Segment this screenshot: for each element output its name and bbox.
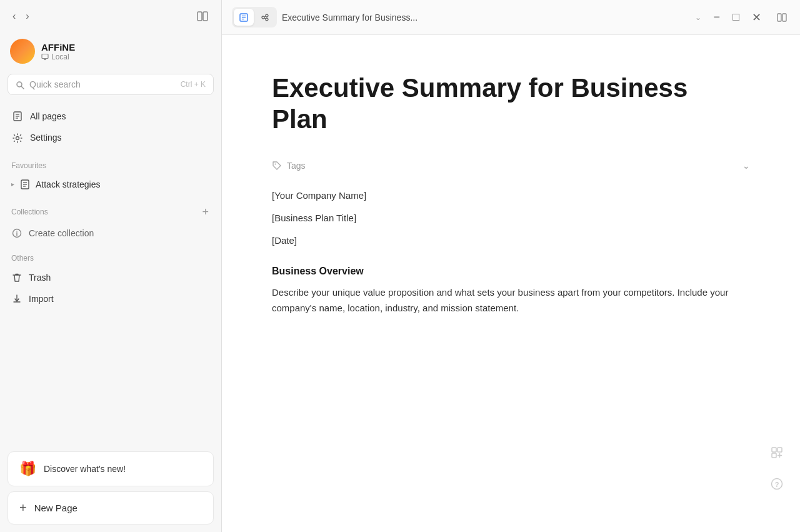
sidebar-item-settings[interactable]: Settings <box>5 127 216 149</box>
workspace-section: AFFiNE Local <box>0 33 221 74</box>
search-placeholder: Quick search <box>29 79 176 89</box>
sidebar-item-import[interactable]: Import <box>5 288 216 309</box>
collections-header: Collections + <box>0 195 221 223</box>
add-block-button[interactable] <box>766 442 788 463</box>
svg-line-28 <box>264 18 266 19</box>
svg-rect-30 <box>782 14 786 21</box>
business-plan-title-line: [Business Plan Title] <box>272 211 750 226</box>
others-label: Others <box>0 244 221 266</box>
titlebar: Executive Summary for Business... ⌄ − □ … <box>222 0 800 35</box>
svg-rect-1 <box>203 12 208 21</box>
create-collection-label: Create collection <box>29 228 94 238</box>
edgeless-view-button[interactable] <box>255 9 275 26</box>
workspace-name: AFFiNE <box>41 42 75 53</box>
workspace-type: Local <box>41 53 75 61</box>
maximize-button[interactable]: □ <box>730 8 742 26</box>
sidebar-header: ‹ › <box>0 0 221 33</box>
svg-rect-29 <box>778 14 781 21</box>
close-button[interactable]: ✕ <box>749 8 764 27</box>
monitor-icon <box>41 53 49 61</box>
document-heading: Executive Summary for Business Plan <box>272 73 750 136</box>
add-block-icon <box>770 446 784 459</box>
sidebar-item-attack-strategies[interactable]: ▸ Attack strategies <box>5 174 216 195</box>
svg-point-31 <box>275 163 276 164</box>
help-button[interactable]: ? <box>766 473 788 494</box>
sidebar-toggle-button[interactable] <box>194 8 211 25</box>
new-page-button[interactable]: + New Page <box>8 491 214 524</box>
business-overview-heading: Business Overview <box>272 266 750 277</box>
settings-icon <box>11 132 24 144</box>
main-content: Executive Summary for Business... ⌄ − □ … <box>222 0 800 532</box>
gift-icon: 🎁 <box>19 461 36 477</box>
svg-point-18 <box>16 231 18 233</box>
business-overview-text: Describe your unique value proposition a… <box>272 284 750 316</box>
svg-rect-0 <box>198 12 202 21</box>
document-title: Executive Summary for Business... <box>282 13 690 23</box>
date-line: [Date] <box>272 233 750 248</box>
doc-view-button[interactable] <box>234 9 254 26</box>
collections-label: Collections <box>11 208 48 216</box>
forward-button[interactable]: › <box>23 8 31 24</box>
sidebar-toggle-icon <box>196 10 209 23</box>
doc-icon <box>19 179 31 190</box>
svg-line-6 <box>22 87 24 89</box>
tags-label: Tags <box>272 161 306 171</box>
discover-button[interactable]: 🎁 Discover what's new! <box>8 451 214 486</box>
search-shortcut: Ctrl + K <box>181 80 206 89</box>
svg-point-25 <box>266 14 268 17</box>
svg-text:?: ? <box>775 481 779 488</box>
view-toggle <box>232 7 277 28</box>
sidebar-nav: All pages Settings <box>0 103 221 151</box>
svg-point-5 <box>17 82 22 87</box>
create-collection-item[interactable]: Create collection <box>5 223 216 244</box>
back-button[interactable]: ‹ <box>10 8 18 24</box>
svg-rect-32 <box>772 448 776 452</box>
help-icon: ? <box>770 477 784 491</box>
add-collection-button[interactable]: + <box>201 205 210 219</box>
new-page-label: New Page <box>34 503 78 513</box>
tag-icon <box>272 161 282 171</box>
trash-label: Trash <box>29 273 51 283</box>
editor-area: Executive Summary for Business Plan Tags… <box>222 35 800 532</box>
doc-view-icon <box>239 13 249 23</box>
right-side-icons: ? <box>766 442 788 494</box>
tags-row: Tags ⌄ <box>272 161 750 176</box>
plus-icon: + <box>19 501 27 515</box>
favourites-label: Favourites <box>0 151 221 174</box>
sidebar: ‹ › AFFiNE Local <box>0 0 222 532</box>
sidebar-footer: 🎁 Discover what's new! + New Page <box>0 444 221 532</box>
svg-rect-33 <box>778 448 782 452</box>
layout-icon <box>776 12 788 23</box>
sidebar-item-trash[interactable]: Trash <box>5 266 216 288</box>
svg-rect-34 <box>772 453 776 458</box>
import-icon <box>11 293 22 304</box>
sidebar-item-all-pages[interactable]: All pages <box>5 105 216 127</box>
tags-chevron-icon[interactable]: ⌄ <box>742 161 750 171</box>
attack-strategies-label: Attack strategies <box>36 179 101 189</box>
info-icon <box>11 228 22 239</box>
minimize-button[interactable]: − <box>711 8 723 26</box>
discover-label: Discover what's new! <box>44 464 126 474</box>
svg-point-26 <box>266 18 268 21</box>
title-chevron-icon[interactable]: ⌄ <box>695 13 701 22</box>
workspace-avatar <box>10 39 35 64</box>
svg-point-24 <box>262 16 264 19</box>
search-icon <box>16 79 24 89</box>
all-pages-label: All pages <box>30 111 66 121</box>
window-controls: − □ ✕ <box>711 8 764 27</box>
nav-buttons: ‹ › <box>10 8 32 24</box>
trash-icon <box>11 271 22 283</box>
search-bar[interactable]: Quick search Ctrl + K <box>8 74 214 95</box>
settings-label: Settings <box>30 133 62 143</box>
pages-icon <box>11 110 24 122</box>
chevron-right-icon: ▸ <box>11 181 14 188</box>
svg-point-11 <box>16 136 19 139</box>
import-label: Import <box>29 294 54 304</box>
sidebar-right-toggle-button[interactable] <box>774 8 790 26</box>
edgeless-view-icon <box>260 13 270 23</box>
company-name-line: [Your Company Name] <box>272 188 750 203</box>
svg-line-27 <box>264 16 266 17</box>
workspace-info: AFFiNE Local <box>41 42 75 61</box>
svg-rect-2 <box>42 54 48 58</box>
